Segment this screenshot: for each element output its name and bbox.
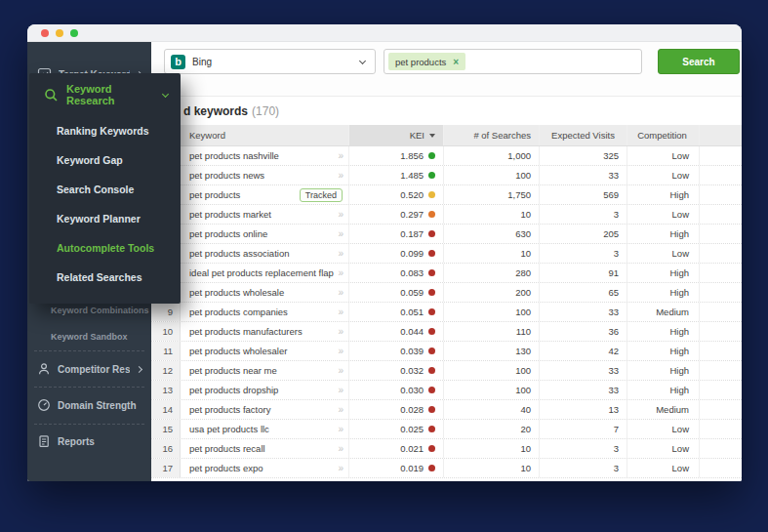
column-header-expected-visits[interactable]: Expected Visits <box>540 125 627 145</box>
close-window-button[interactable] <box>41 29 49 37</box>
kei-status-dot <box>428 426 435 432</box>
empty-cell <box>700 146 742 165</box>
keyword-tag-label: pet products <box>395 57 446 67</box>
empty-cell <box>700 205 742 224</box>
table-row[interactable]: 6pet products association»0.099103Low <box>151 244 742 264</box>
keyword-search-input[interactable]: pet products × <box>384 49 642 74</box>
table-row[interactable]: 10pet products manufacturers»0.04411036H… <box>151 322 742 342</box>
kei-status-dot <box>428 211 435 218</box>
flyout-item-search-console[interactable]: Search Console <box>29 175 181 204</box>
keyword-cell: pet products dropship» <box>181 381 349 399</box>
move-keyword-icon[interactable]: » <box>338 404 343 415</box>
move-keyword-icon[interactable]: » <box>338 463 343 473</box>
keyword-cell: pet products companies» <box>181 303 349 321</box>
move-keyword-icon[interactable]: » <box>338 346 343 356</box>
minimize-window-button[interactable] <box>56 29 63 37</box>
move-keyword-icon[interactable]: » <box>338 150 343 161</box>
table-row[interactable]: 7ideal pet products replacement flap»0.0… <box>151 264 742 283</box>
competition-cell: High <box>627 185 700 204</box>
searches-cell: 1,750 <box>444 185 540 204</box>
keyword-cell: pet products news» <box>181 166 349 184</box>
flyout-item-related-searches[interactable]: Related Searches <box>29 263 181 292</box>
keyword-cell: pet products wholesale» <box>181 283 349 302</box>
main-content: b Bing pet products × Search d keywords … <box>151 42 742 481</box>
competition-cell: Low <box>627 146 700 165</box>
move-keyword-icon[interactable]: » <box>338 424 343 434</box>
table-row[interactable]: 14pet products factory»0.0284013Medium <box>151 400 742 420</box>
keyword-cell: ideal pet products replacement flap» <box>181 264 349 282</box>
column-header-kei[interactable]: KEI <box>349 125 444 145</box>
table-row[interactable]: 5pet products online»0.187630205High <box>151 225 742 244</box>
searches-cell: 20 <box>444 420 540 438</box>
table-row[interactable]: 8pet products wholesale»0.05920065High <box>151 283 742 303</box>
remove-keyword-icon[interactable]: × <box>453 57 459 67</box>
move-keyword-icon[interactable]: » <box>338 267 343 278</box>
kei-status-dot <box>428 172 435 179</box>
column-header-keyword[interactable]: Keyword <box>181 125 349 145</box>
table-row[interactable]: 4pet products market»0.297103Low <box>151 205 742 225</box>
kei-cell: 0.030 <box>349 381 444 399</box>
flyout-header-keyword-research[interactable]: Keyword Research <box>29 73 181 116</box>
flyout-item-keyword-gap[interactable]: Keyword Gap <box>29 145 181 175</box>
searches-cell: 100 <box>444 361 540 380</box>
expected-visits-cell: 569 <box>540 185 627 204</box>
sidebar-item-reports[interactable]: Reports <box>27 429 151 454</box>
kei-status-dot <box>428 328 435 335</box>
sidebar-item-keyword-sandbox[interactable]: Keyword Sandbox <box>27 329 151 345</box>
kei-value: 0.187 <box>400 228 424 239</box>
search-engine-select[interactable]: b Bing <box>164 49 376 74</box>
table-row[interactable]: 13pet products dropship»0.03010033High <box>151 381 742 400</box>
sidebar-item-domain-strength[interactable]: Domain Strength <box>27 392 151 418</box>
table-row[interactable]: 11pet products wholesaler»0.03913042High <box>151 342 742 361</box>
chevron-down-icon <box>359 57 366 63</box>
table-header-row: Keyword KEI # of Searches Expected Visit… <box>151 125 742 146</box>
move-keyword-icon[interactable]: » <box>338 248 343 259</box>
row-number: 13 <box>151 381 181 399</box>
column-header-searches[interactable]: # of Searches <box>444 125 540 145</box>
move-keyword-icon[interactable]: » <box>338 307 343 317</box>
tracked-badge: Tracked <box>300 188 343 202</box>
move-keyword-icon[interactable]: » <box>338 209 343 220</box>
kei-value: 0.030 <box>400 385 424 395</box>
table-row[interactable]: 3pet productsTracked0.5201,750569High <box>151 185 742 205</box>
empty-cell <box>700 439 742 458</box>
kei-status-dot <box>428 230 435 237</box>
row-number: 15 <box>151 420 181 438</box>
zoom-window-button[interactable] <box>70 29 78 37</box>
table-row[interactable]: 12pet products near me»0.03210033High <box>151 361 742 381</box>
move-keyword-icon[interactable]: » <box>338 170 343 181</box>
expected-visits-cell: 3 <box>540 205 627 224</box>
flyout-item-ranking-keywords[interactable]: Ranking Keywords <box>29 116 181 145</box>
row-number: 10 <box>151 322 181 341</box>
move-keyword-icon[interactable]: » <box>338 365 343 376</box>
person-icon <box>37 362 51 376</box>
table-row[interactable]: 9pet products companies»0.05110033Medium <box>151 303 742 322</box>
competition-cell: Low <box>627 244 700 263</box>
flyout-item-autocomplete-tools[interactable]: Autocomplete Tools <box>29 233 181 263</box>
row-number: 11 <box>151 342 181 360</box>
table-row[interactable]: 15usa pet products llc»0.025207Low <box>151 420 742 439</box>
move-keyword-icon[interactable]: » <box>338 287 343 298</box>
table-row[interactable]: 17pet products expo»0.019103Low <box>151 459 742 478</box>
move-keyword-icon[interactable]: » <box>338 326 343 337</box>
search-button[interactable]: Search <box>658 49 740 74</box>
flyout-item-keyword-planner[interactable]: Keyword Planner <box>29 204 181 233</box>
kei-value: 0.039 <box>400 346 424 356</box>
searches-cell: 1,000 <box>444 146 540 165</box>
table-row[interactable]: 2pet products news»1.48510033Low <box>151 166 742 185</box>
column-header-competition[interactable]: Competition <box>627 125 700 145</box>
move-keyword-icon[interactable]: » <box>338 385 343 395</box>
table-row[interactable]: 1pet products nashville»1.8561,000325Low <box>151 146 742 166</box>
flyout-header-label: Keyword Research <box>66 83 155 106</box>
gauge-icon <box>37 398 51 412</box>
page-title-text: d keywords <box>183 104 248 118</box>
table-row[interactable]: 16pet products recall»0.021103Low <box>151 439 742 459</box>
move-keyword-icon[interactable]: » <box>338 443 343 454</box>
kei-cell: 0.028 <box>349 400 444 419</box>
sidebar-item-competitor-research[interactable]: Competitor Research <box>27 356 151 382</box>
keyword-text: ideal pet products replacement flap <box>189 267 334 278</box>
kei-cell: 0.032 <box>349 361 444 380</box>
move-keyword-icon[interactable]: » <box>338 228 343 239</box>
sidebar-item-keyword-combinations[interactable]: Keyword Combinations <box>27 303 151 318</box>
keyword-text: pet products near me <box>189 365 277 376</box>
